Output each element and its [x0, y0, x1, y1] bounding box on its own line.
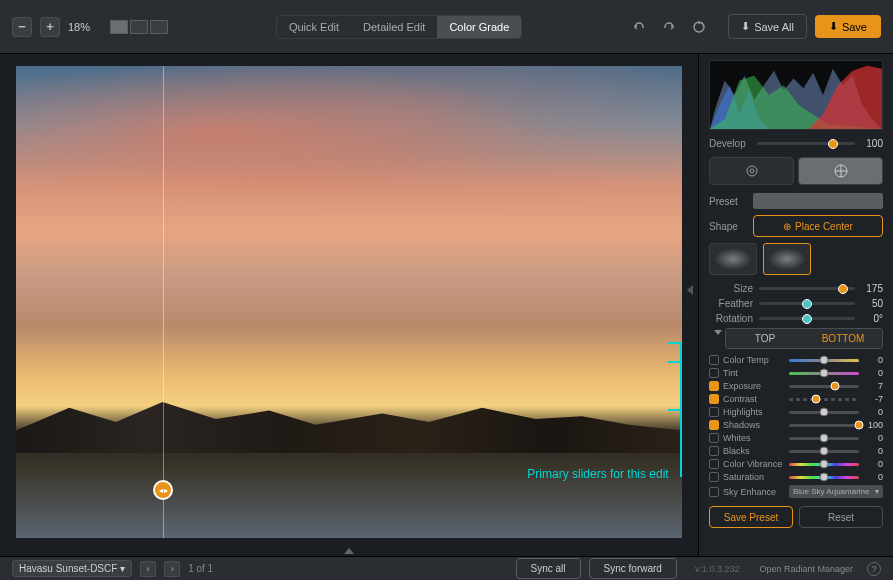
adj-value: 7: [863, 381, 883, 391]
sidebar-panel: Develop 100 Preset Shape ⊕Place Center S…: [698, 54, 893, 556]
adj-slider[interactable]: [789, 463, 859, 466]
expand-right-icon[interactable]: [687, 285, 693, 295]
rotation-slider[interactable]: [759, 317, 855, 320]
next-button[interactable]: ›: [164, 561, 180, 577]
adj-slider[interactable]: [789, 385, 859, 388]
adj-checkbox[interactable]: [709, 355, 719, 365]
redo-icon[interactable]: [660, 18, 678, 36]
page-info: 1 of 1: [188, 563, 213, 574]
undo-icon[interactable]: [630, 18, 648, 36]
adj-value: 0: [863, 433, 883, 443]
top-button[interactable]: TOP: [726, 329, 804, 348]
history-buttons: [630, 18, 708, 36]
adj-slider[interactable]: [789, 450, 859, 453]
adj-checkbox[interactable]: [709, 407, 719, 417]
adj-checkbox[interactable]: [709, 472, 719, 482]
edit-mode-tabs: Quick Edit Detailed Edit Color Grade: [276, 15, 522, 39]
annotation-text: Primary sliders for this edit: [527, 467, 668, 481]
zoom-level: 18%: [68, 21, 90, 33]
adj-label: Color Vibrance: [723, 459, 785, 469]
help-icon[interactable]: ?: [867, 562, 881, 576]
adj-checkbox[interactable]: [709, 381, 719, 391]
adj-slider[interactable]: [789, 437, 859, 440]
feather-label: Feather: [709, 298, 753, 309]
adj-row-saturation: Saturation 0: [709, 472, 883, 482]
adj-checkbox[interactable]: [709, 433, 719, 443]
adj-label: Exposure: [723, 381, 785, 391]
reset-icon[interactable]: [690, 18, 708, 36]
adj-row-whites: Whites 0: [709, 433, 883, 443]
gradient-handle[interactable]: [153, 480, 173, 500]
annotation-bracket: [668, 342, 682, 344]
adj-row-color-temp: Color Temp 0: [709, 355, 883, 365]
annotation-line: [680, 344, 682, 476]
sky-enhance-checkbox[interactable]: [709, 487, 719, 497]
linear-tool-button[interactable]: [798, 157, 883, 185]
develop-slider[interactable]: [757, 142, 855, 145]
radial-tool-button[interactable]: [709, 157, 794, 185]
zoom-out-button[interactable]: −: [12, 17, 32, 37]
main-area: Primary sliders for this edit Develop 10…: [0, 54, 893, 556]
zoom-in-button[interactable]: +: [40, 17, 60, 37]
adjustments-list: Color Temp 0 Tint 0 Exposure 7 Contrast …: [709, 355, 883, 482]
adj-slider[interactable]: [789, 372, 859, 375]
filename-dropdown[interactable]: Havasu Sunset-DSCF ▾: [12, 560, 132, 577]
chevron-down-icon: ▾: [875, 487, 879, 496]
sync-all-button[interactable]: Sync all: [516, 558, 581, 579]
rotation-row: Rotation 0°: [709, 313, 883, 324]
adj-checkbox[interactable]: [709, 394, 719, 404]
adj-row-color-vibrance: Color Vibrance 0: [709, 459, 883, 469]
annotation-bracket: [668, 361, 682, 363]
prev-button[interactable]: ‹: [140, 561, 156, 577]
topbar: − + 18% Quick Edit Detailed Edit Color G…: [0, 0, 893, 54]
adj-checkbox[interactable]: [709, 446, 719, 456]
view-single-icon[interactable]: [110, 20, 128, 34]
adj-checkbox[interactable]: [709, 368, 719, 378]
reset-button[interactable]: Reset: [799, 506, 883, 528]
save-all-button[interactable]: ⬇Save All: [728, 14, 807, 39]
bottom-button[interactable]: BOTTOM: [804, 329, 882, 348]
view-compare-icon[interactable]: [150, 20, 168, 34]
adj-row-contrast: Contrast -7: [709, 394, 883, 404]
tab-detailed-edit[interactable]: Detailed Edit: [351, 16, 437, 38]
adj-checkbox[interactable]: [709, 459, 719, 469]
view-mode-buttons: [110, 20, 168, 34]
bottombar: Havasu Sunset-DSCF ▾ ‹ › 1 of 1 Sync all…: [0, 556, 893, 580]
collapse-icon[interactable]: [714, 330, 722, 335]
save-preset-button[interactable]: Save Preset: [709, 506, 793, 528]
adj-row-tint: Tint 0: [709, 368, 883, 378]
develop-label: Develop: [709, 138, 751, 149]
adj-row-shadows: Shadows 100: [709, 420, 883, 430]
size-slider[interactable]: [759, 287, 855, 290]
save-button[interactable]: ⬇Save: [815, 15, 881, 38]
canvas-area: Primary sliders for this edit: [0, 54, 698, 556]
shape-preview-2[interactable]: [763, 243, 811, 275]
size-label: Size: [709, 283, 753, 294]
adj-label: Whites: [723, 433, 785, 443]
adj-slider[interactable]: [789, 411, 859, 414]
adj-slider[interactable]: [789, 398, 859, 401]
shape-label: Shape: [709, 221, 747, 232]
feather-value: 50: [861, 298, 883, 309]
preset-dropdown[interactable]: [753, 193, 883, 209]
tab-color-grade[interactable]: Color Grade: [437, 16, 521, 38]
adj-slider[interactable]: [789, 424, 859, 427]
sky-enhance-dropdown[interactable]: Blue Sky Aquamarine▾: [789, 485, 883, 498]
sync-forward-button[interactable]: Sync forward: [589, 558, 677, 579]
feather-slider[interactable]: [759, 302, 855, 305]
open-manager-link[interactable]: Open Radiant Manager: [759, 564, 853, 574]
adj-slider[interactable]: [789, 476, 859, 479]
place-center-button[interactable]: ⊕Place Center: [753, 215, 883, 237]
shape-preview-1[interactable]: [709, 243, 757, 275]
image-canvas[interactable]: Primary sliders for this edit: [16, 66, 682, 538]
adj-slider[interactable]: [789, 359, 859, 362]
histogram[interactable]: [709, 60, 883, 130]
tab-quick-edit[interactable]: Quick Edit: [277, 16, 351, 38]
expand-bottom-icon[interactable]: [344, 548, 354, 554]
gradient-guide-line[interactable]: [163, 66, 164, 538]
adj-checkbox[interactable]: [709, 420, 719, 430]
view-split-icon[interactable]: [130, 20, 148, 34]
shape-previews: [709, 243, 883, 275]
annotation-bracket: [668, 409, 682, 411]
adj-label: Highlights: [723, 407, 785, 417]
